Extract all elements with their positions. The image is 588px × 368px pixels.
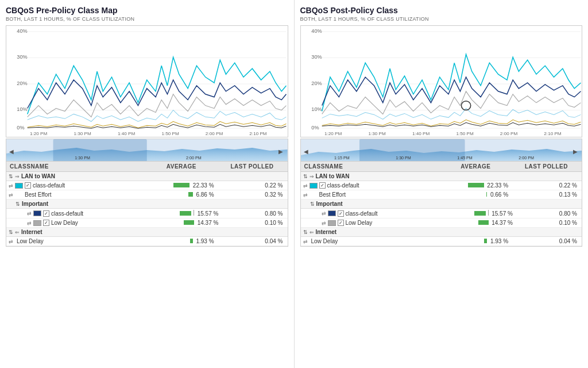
pre-policy-mini-chart[interactable]: ◀ ▶ 1:30 PM 2:00 PM: [6, 139, 288, 162]
header-classname-2: CLASSNAME: [301, 162, 440, 171]
svg-text:2:10 PM: 2:10 PM: [544, 131, 562, 136]
svg-text:1:30 PM: 1:30 PM: [396, 156, 411, 160]
color-swatch: [310, 183, 318, 189]
pre-policy-subtitle: BOTH, LAST 1 HOURS, % OF CLASS UTILIZATI…: [6, 16, 288, 22]
expand-icon[interactable]: ⇅: [9, 174, 13, 179]
svg-text:10%: 10%: [311, 107, 322, 113]
row-low-delay-internet-post[interactable]: ⇄ Low Delay 1.93 % 0.04 %: [301, 237, 582, 246]
class-name: class-default: [327, 182, 359, 189]
group-important[interactable]: ⇅ Important: [6, 200, 288, 209]
post-policy-table-header: CLASSNAME AVERAGE LAST POLLED: [300, 162, 583, 172]
svg-text:1:30 PM: 1:30 PM: [74, 131, 91, 136]
post-policy-panel: CBQoS Post-Policy Class BOTH, LAST 1 HOU…: [295, 0, 589, 368]
checkbox[interactable]: ✓: [25, 182, 31, 189]
direction-icon: ⇐: [15, 229, 20, 235]
group-label: Important: [316, 201, 343, 207]
share-icon[interactable]: ⇄: [322, 220, 326, 226]
group-internet-1[interactable]: ⇅ ⇐ Internet: [6, 228, 288, 237]
header-last-polled-2: LAST POLLED: [511, 162, 582, 171]
svg-text:20%: 20%: [17, 80, 27, 86]
share-icon[interactable]: ⇄: [9, 183, 13, 189]
share-icon[interactable]: ⇄: [303, 239, 308, 244]
post-policy-table: ⇅ ⇒ LAN to WAN ⇄ ✓ class-default 22.33 %: [300, 172, 583, 247]
checkbox[interactable]: ✓: [338, 220, 344, 226]
svg-text:2:10 PM: 2:10 PM: [249, 131, 267, 136]
post-policy-mini-chart[interactable]: ◀ ▶ 1:15 PM 1:30 PM 1:45 PM 2:00 PM: [300, 139, 583, 162]
color-swatch: [33, 210, 41, 216]
group-lan-wan-2[interactable]: ⇅ ⇒ LAN to WAN: [301, 172, 582, 181]
class-name: Best Effort: [25, 191, 52, 198]
share-icon[interactable]: ⇄: [27, 220, 32, 226]
expand-icon[interactable]: ⇅: [303, 229, 308, 235]
post-policy-chart[interactable]: 40% 30% 20% 10% 0%: [300, 25, 583, 137]
group-label: Important: [22, 201, 48, 207]
svg-text:1:30 PM: 1:30 PM: [75, 156, 90, 160]
share-icon[interactable]: ⇄: [9, 192, 13, 198]
row-best-effort-1[interactable]: ⇄ Best Effort 6.86 % 0.32 %: [6, 190, 288, 200]
color-swatch: [328, 210, 336, 216]
class-name: Low Delay: [51, 220, 78, 226]
class-name: Low Delay: [17, 238, 44, 244]
svg-text:1:40 PM: 1:40 PM: [412, 131, 430, 136]
class-name: Low Delay: [311, 238, 338, 244]
expand-icon[interactable]: ⇅: [310, 201, 315, 207]
svg-text:1:30 PM: 1:30 PM: [368, 131, 386, 136]
svg-text:30%: 30%: [17, 55, 27, 60]
svg-text:2:00 PM: 2:00 PM: [500, 131, 517, 136]
svg-text:▶: ▶: [573, 148, 578, 155]
share-icon[interactable]: ⇄: [9, 239, 13, 244]
svg-text:2:00 PM: 2:00 PM: [186, 156, 202, 160]
class-name: Low Delay: [346, 220, 373, 226]
row-class-default-sub[interactable]: ⇄ ✓ class-default 15.57 % 0.80 %: [6, 209, 288, 218]
row-class-default-1[interactable]: ⇄ ✓ class-default 22.33 % 0.22 %: [6, 181, 288, 190]
group-internet-post[interactable]: ⇅ ⇐ Internet: [301, 228, 582, 237]
checkbox[interactable]: ✓: [43, 220, 49, 226]
pre-policy-table: ⇅ ⇒ LAN to WAN ⇄ ✓ class-default 22.33 %: [6, 172, 288, 247]
checkbox[interactable]: ✓: [43, 210, 49, 217]
expand-icon[interactable]: ⇅: [16, 201, 20, 207]
group-lan-wan[interactable]: ⇅ ⇒ LAN to WAN: [6, 172, 288, 181]
svg-text:0%: 0%: [311, 125, 319, 131]
svg-rect-40: [359, 139, 465, 162]
share-icon[interactable]: ⇄: [27, 210, 32, 216]
color-swatch: [15, 183, 23, 189]
group-label: Internet: [21, 229, 42, 235]
class-name: class-default: [33, 182, 65, 189]
header-classname: CLASSNAME: [6, 162, 146, 171]
expand-icon[interactable]: ⇅: [9, 229, 13, 235]
svg-text:1:20 PM: 1:20 PM: [30, 131, 48, 136]
checkbox[interactable]: ✓: [319, 182, 326, 189]
direction-icon: ⇒: [310, 174, 314, 179]
main-container: CBQoS Pre-Policy Class Map BOTH, LAST 1 …: [0, 0, 588, 368]
share-icon[interactable]: ⇄: [303, 192, 308, 198]
class-name: class-default: [346, 210, 378, 217]
row-best-effort-post[interactable]: ⇄ Best Effort 0.66 % 0.13 %: [301, 190, 582, 200]
row-low-delay-sub[interactable]: ⇄ ✓ Low Delay 14.37 % 0.10 %: [6, 218, 288, 228]
svg-text:2:00 PM: 2:00 PM: [519, 156, 534, 160]
share-icon[interactable]: ⇄: [303, 183, 308, 189]
group-important-post[interactable]: ⇅ Important: [301, 200, 582, 209]
share-icon[interactable]: ⇄: [322, 210, 326, 216]
direction-icon: ⇐: [310, 229, 314, 235]
svg-text:10%: 10%: [17, 107, 27, 113]
row-class-default-sub-post[interactable]: ⇄ ✓ class-default 15.57 % 0.80 %: [301, 209, 582, 218]
svg-text:0%: 0%: [17, 125, 24, 131]
svg-text:▶: ▶: [278, 148, 283, 155]
pre-policy-chart[interactable]: 40% 30% 20% 10% 0%: [6, 25, 288, 137]
group-label: LAN to WAN: [316, 173, 350, 179]
row-class-default-post[interactable]: ⇄ ✓ class-default 22.33 % 0.22 %: [301, 181, 582, 190]
row-low-delay-internet[interactable]: ⇄ Low Delay 1.93 % 0.04 %: [6, 237, 288, 246]
svg-text:1:15 PM: 1:15 PM: [334, 156, 350, 160]
direction-icon: ⇒: [15, 174, 20, 179]
svg-text:1:50 PM: 1:50 PM: [456, 131, 474, 136]
header-last-polled: LAST POLLED: [216, 162, 287, 171]
checkbox[interactable]: ✓: [338, 210, 344, 217]
svg-text:1:50 PM: 1:50 PM: [161, 131, 179, 136]
post-policy-title: CBQoS Post-Policy Class: [300, 6, 583, 15]
svg-text:2:00 PM: 2:00 PM: [206, 131, 223, 136]
class-name: class-default: [51, 210, 83, 217]
svg-text:◀: ◀: [9, 148, 14, 155]
row-low-delay-sub-post[interactable]: ⇄ ✓ Low Delay 14.37 % 0.10 %: [301, 218, 582, 228]
expand-icon[interactable]: ⇅: [303, 174, 308, 179]
svg-text:1:40 PM: 1:40 PM: [118, 131, 136, 136]
